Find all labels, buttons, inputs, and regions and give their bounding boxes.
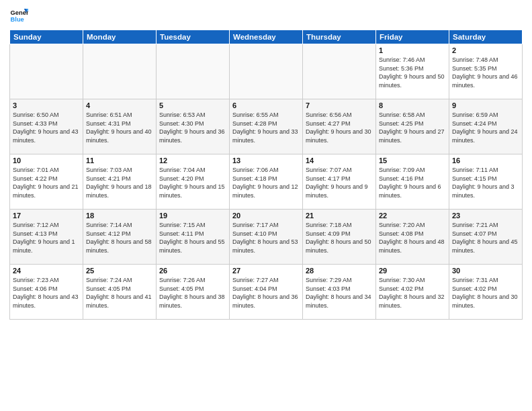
day-number: 5 [159,101,226,109]
day-info: Sunrise: 7:06 AM Sunset: 4:18 PM Dayligh… [232,166,300,199]
day-info: Sunrise: 7:26 AM Sunset: 4:05 PM Dayligh… [159,276,226,310]
day-info: Sunrise: 7:46 AM Sunset: 5:36 PM Dayligh… [379,56,446,89]
calendar-cell: 19Sunrise: 7:15 AM Sunset: 4:11 PM Dayli… [157,210,230,265]
calendar-cell: 20Sunrise: 7:17 AM Sunset: 4:10 PM Dayli… [230,210,303,265]
day-info: Sunrise: 6:53 AM Sunset: 4:30 PM Dayligh… [159,111,226,144]
calendar-cell: 10Sunrise: 7:01 AM Sunset: 4:22 PM Dayli… [10,154,83,210]
day-number: 21 [306,212,373,220]
day-info: Sunrise: 7:03 AM Sunset: 4:21 PM Dayligh… [86,166,153,199]
calendar-cell: 16Sunrise: 7:11 AM Sunset: 4:15 PM Dayli… [449,154,523,210]
calendar-cell: 21Sunrise: 7:18 AM Sunset: 4:09 PM Dayli… [303,210,376,265]
calendar-cell [157,44,230,99]
day-info: Sunrise: 6:58 AM Sunset: 4:25 PM Dayligh… [379,111,446,144]
calendar-cell: 25Sunrise: 7:24 AM Sunset: 4:05 PM Dayli… [83,265,157,320]
calendar-cell: 5Sunrise: 6:53 AM Sunset: 4:30 PM Daylig… [157,99,230,154]
calendar-cell: 4Sunrise: 6:51 AM Sunset: 4:31 PM Daylig… [83,99,157,154]
logo: General Blue [9,7,28,26]
day-info: Sunrise: 7:04 AM Sunset: 4:20 PM Dayligh… [159,166,226,199]
day-info: Sunrise: 7:18 AM Sunset: 4:09 PM Dayligh… [306,221,373,255]
day-number: 30 [452,267,519,275]
day-header-tuesday: Tuesday [157,30,230,44]
calendar-cell [10,44,83,99]
day-info: Sunrise: 7:30 AM Sunset: 4:02 PM Dayligh… [379,276,446,310]
calendar-cell: 24Sunrise: 7:23 AM Sunset: 4:06 PM Dayli… [10,265,83,320]
day-info: Sunrise: 7:29 AM Sunset: 4:03 PM Dayligh… [306,276,373,310]
day-number: 18 [86,212,153,220]
day-info: Sunrise: 7:24 AM Sunset: 4:05 PM Dayligh… [86,276,153,310]
calendar-cell: 1Sunrise: 7:46 AM Sunset: 5:36 PM Daylig… [376,44,449,99]
day-info: Sunrise: 7:11 AM Sunset: 4:15 PM Dayligh… [452,166,519,199]
day-header-thursday: Thursday [303,30,376,44]
day-info: Sunrise: 7:01 AM Sunset: 4:22 PM Dayligh… [13,166,80,199]
header: General Blue [9,7,523,26]
calendar-cell: 6Sunrise: 6:55 AM Sunset: 4:28 PM Daylig… [230,99,303,154]
calendar-cell: 22Sunrise: 7:20 AM Sunset: 4:08 PM Dayli… [376,210,449,265]
calendar-cell: 8Sunrise: 6:58 AM Sunset: 4:25 PM Daylig… [376,99,449,154]
calendar-cell: 7Sunrise: 6:56 AM Sunset: 4:27 PM Daylig… [303,99,376,154]
logo-icon: General Blue [9,7,28,26]
calendar-cell: 2Sunrise: 7:48 AM Sunset: 5:35 PM Daylig… [449,44,523,99]
calendar-cell: 29Sunrise: 7:30 AM Sunset: 4:02 PM Dayli… [376,265,449,320]
day-info: Sunrise: 6:55 AM Sunset: 4:28 PM Dayligh… [232,111,300,144]
day-info: Sunrise: 7:07 AM Sunset: 4:17 PM Dayligh… [306,166,373,199]
day-info: Sunrise: 7:14 AM Sunset: 4:12 PM Dayligh… [86,221,153,255]
day-number: 15 [379,156,446,165]
svg-text:Blue: Blue [11,16,24,23]
day-number: 29 [379,267,446,275]
calendar-cell: 17Sunrise: 7:12 AM Sunset: 4:13 PM Dayli… [10,210,83,265]
day-number: 12 [159,156,226,165]
day-info: Sunrise: 6:50 AM Sunset: 4:33 PM Dayligh… [13,111,80,144]
day-header-saturday: Saturday [449,30,523,44]
day-info: Sunrise: 6:56 AM Sunset: 4:27 PM Dayligh… [306,111,373,144]
day-header-sunday: Sunday [10,30,83,44]
day-info: Sunrise: 7:31 AM Sunset: 4:02 PM Dayligh… [452,276,519,310]
day-number: 1 [379,46,446,54]
week-row-1: 1Sunrise: 7:46 AM Sunset: 5:36 PM Daylig… [10,44,523,99]
calendar-cell: 26Sunrise: 7:26 AM Sunset: 4:05 PM Dayli… [157,265,230,320]
calendar-cell: 3Sunrise: 6:50 AM Sunset: 4:33 PM Daylig… [10,99,83,154]
day-number: 22 [379,212,446,220]
calendar-cell: 27Sunrise: 7:27 AM Sunset: 4:04 PM Dayli… [230,265,303,320]
calendar-cell [83,44,157,99]
day-number: 27 [232,267,300,275]
day-number: 25 [86,267,153,275]
day-number: 2 [452,46,519,54]
day-number: 9 [452,101,519,109]
calendar: SundayMondayTuesdayWednesdayThursdayFrid… [9,30,523,320]
day-number: 14 [306,156,373,165]
day-info: Sunrise: 7:17 AM Sunset: 4:10 PM Dayligh… [232,221,300,255]
calendar-cell: 11Sunrise: 7:03 AM Sunset: 4:21 PM Dayli… [83,154,157,210]
calendar-cell: 28Sunrise: 7:29 AM Sunset: 4:03 PM Dayli… [303,265,376,320]
day-header-monday: Monday [83,30,157,44]
day-number: 17 [13,212,80,220]
day-number: 19 [159,212,226,220]
day-number: 3 [13,101,80,109]
day-number: 10 [13,156,80,165]
day-info: Sunrise: 7:23 AM Sunset: 4:06 PM Dayligh… [13,276,80,310]
day-number: 24 [13,267,80,275]
day-number: 16 [452,156,519,165]
calendar-cell: 9Sunrise: 6:59 AM Sunset: 4:24 PM Daylig… [449,99,523,154]
calendar-cell: 15Sunrise: 7:09 AM Sunset: 4:16 PM Dayli… [376,154,449,210]
header-row: SundayMondayTuesdayWednesdayThursdayFrid… [10,30,523,44]
day-info: Sunrise: 7:09 AM Sunset: 4:16 PM Dayligh… [379,166,446,199]
day-info: Sunrise: 6:59 AM Sunset: 4:24 PM Dayligh… [452,111,519,144]
calendar-cell: 14Sunrise: 7:07 AM Sunset: 4:17 PM Dayli… [303,154,376,210]
week-row-3: 10Sunrise: 7:01 AM Sunset: 4:22 PM Dayli… [10,154,523,210]
calendar-cell: 18Sunrise: 7:14 AM Sunset: 4:12 PM Dayli… [83,210,157,265]
day-number: 20 [232,212,300,220]
day-info: Sunrise: 6:51 AM Sunset: 4:31 PM Dayligh… [86,111,153,144]
day-info: Sunrise: 7:20 AM Sunset: 4:08 PM Dayligh… [379,221,446,255]
calendar-cell: 13Sunrise: 7:06 AM Sunset: 4:18 PM Dayli… [230,154,303,210]
day-number: 4 [86,101,153,109]
week-row-4: 17Sunrise: 7:12 AM Sunset: 4:13 PM Dayli… [10,210,523,265]
day-number: 11 [86,156,153,165]
day-number: 26 [159,267,226,275]
week-row-5: 24Sunrise: 7:23 AM Sunset: 4:06 PM Dayli… [10,265,523,320]
day-number: 6 [232,101,300,109]
day-info: Sunrise: 7:48 AM Sunset: 5:35 PM Dayligh… [452,56,519,89]
day-number: 28 [306,267,373,275]
day-header-friday: Friday [376,30,449,44]
day-info: Sunrise: 7:27 AM Sunset: 4:04 PM Dayligh… [232,276,300,310]
day-number: 7 [306,101,373,109]
